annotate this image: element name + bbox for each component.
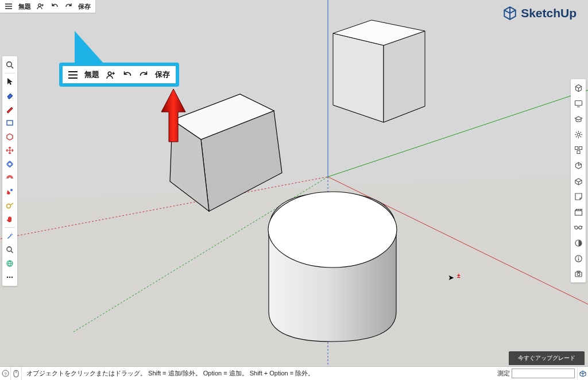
3dwarehouse-tool[interactable] xyxy=(572,159,585,172)
styles-tool[interactable] xyxy=(572,205,585,218)
mouse-icon[interactable] xyxy=(11,367,22,380)
materials-tool[interactable] xyxy=(572,190,585,203)
person-plus-icon xyxy=(106,71,116,79)
shadows-tool[interactable] xyxy=(572,236,585,249)
svg-rect-45 xyxy=(577,150,580,153)
status-hint: オブジェクトをクリックまたはドラッグ。 Shift = 追加/除外。 Optio… xyxy=(22,369,314,378)
svg-marker-17 xyxy=(161,89,185,142)
title-label: 無題 xyxy=(18,2,31,11)
undo-icon[interactable] xyxy=(51,2,59,10)
svg-point-54 xyxy=(577,273,580,276)
circle-tool[interactable] xyxy=(3,130,16,143)
paint-tool[interactable] xyxy=(3,185,16,198)
svg-point-34 xyxy=(577,133,580,136)
zoom-tool[interactable] xyxy=(3,257,16,270)
measurement-label: 測定 xyxy=(497,369,512,378)
tape-tool[interactable] xyxy=(3,199,16,212)
search-tool[interactable] xyxy=(3,59,16,71)
svg-point-31 xyxy=(11,277,13,278)
svg-point-29 xyxy=(7,277,9,278)
callout-topbar-zoom: 無題 保存 xyxy=(59,63,179,87)
svg-line-42 xyxy=(580,132,581,133)
svg-line-27 xyxy=(11,251,13,253)
layers-tool[interactable] xyxy=(572,267,585,280)
svg-line-41 xyxy=(576,136,577,137)
svg-point-26 xyxy=(7,247,11,251)
save-button[interactable]: 保存 xyxy=(78,2,91,11)
add-tool[interactable] xyxy=(572,252,585,265)
status-bar: ? オブジェクトをクリックまたはドラッグ。 Shift = 追加/除外。 Opt… xyxy=(0,366,588,380)
pencil-tool[interactable] xyxy=(3,103,16,115)
components-tool[interactable] xyxy=(572,144,585,156)
svg-marker-21 xyxy=(7,134,13,140)
help-icon[interactable]: ? xyxy=(0,367,11,380)
measurement-input[interactable] xyxy=(512,369,575,378)
logo-text: SketchUp xyxy=(521,6,577,20)
svg-point-14 xyxy=(268,192,397,267)
menu-icon xyxy=(68,71,78,79)
tags-tool[interactable] xyxy=(572,175,585,187)
callout-save: 保存 xyxy=(155,69,170,80)
upgrade-button[interactable]: 今すぐアップグレード xyxy=(509,351,585,365)
svg-rect-46 xyxy=(575,211,582,215)
move-tool[interactable] xyxy=(3,158,16,170)
instructor-tool[interactable] xyxy=(572,113,585,125)
red-arrow-icon xyxy=(160,89,187,143)
svg-point-25 xyxy=(7,204,11,208)
svg-marker-8 xyxy=(333,33,384,122)
callout-title: 無題 xyxy=(84,69,99,80)
svg-rect-44 xyxy=(579,146,582,149)
right-toolbar xyxy=(571,79,586,282)
app-topbar: 無題 保存 xyxy=(0,0,95,13)
svg-rect-20 xyxy=(7,121,13,125)
svg-point-47 xyxy=(575,226,578,229)
outliner-tool[interactable] xyxy=(572,128,585,141)
redo-icon xyxy=(139,71,148,79)
svg-point-48 xyxy=(579,226,582,229)
left-toolbar xyxy=(2,56,17,286)
orbit-tool[interactable] xyxy=(3,230,16,242)
svg-line-39 xyxy=(576,132,577,133)
entity-info-tool[interactable] xyxy=(572,82,585,94)
more-tool[interactable] xyxy=(3,271,16,284)
redo-icon[interactable] xyxy=(64,2,72,10)
svg-rect-43 xyxy=(575,146,578,149)
geo-icon[interactable] xyxy=(577,367,588,380)
pan-tool[interactable] xyxy=(3,243,16,256)
svg-point-15 xyxy=(38,4,41,7)
select-tool[interactable] xyxy=(3,75,16,88)
scenes-tool[interactable] xyxy=(572,221,585,234)
person-plus-icon[interactable] xyxy=(37,2,45,10)
svg-rect-55 xyxy=(577,271,580,272)
svg-point-51 xyxy=(578,256,579,257)
eraser-tool[interactable] xyxy=(3,89,16,102)
sketchup-logo: SketchUp xyxy=(502,6,577,21)
text-tool[interactable] xyxy=(3,213,16,226)
rotate-tool[interactable] xyxy=(3,172,16,184)
svg-point-24 xyxy=(10,189,13,191)
svg-point-30 xyxy=(9,277,11,278)
svg-line-40 xyxy=(580,136,581,137)
rectangle-tool[interactable] xyxy=(3,117,16,129)
svg-text:?: ? xyxy=(4,371,7,377)
pushpull-tool[interactable] xyxy=(3,144,16,157)
display-tool[interactable] xyxy=(572,97,585,110)
svg-line-19 xyxy=(11,67,14,69)
menu-icon[interactable] xyxy=(5,2,13,10)
svg-point-16 xyxy=(108,72,111,75)
svg-point-18 xyxy=(7,62,12,67)
undo-icon xyxy=(123,71,132,79)
svg-marker-9 xyxy=(384,31,425,122)
svg-rect-32 xyxy=(575,100,582,105)
